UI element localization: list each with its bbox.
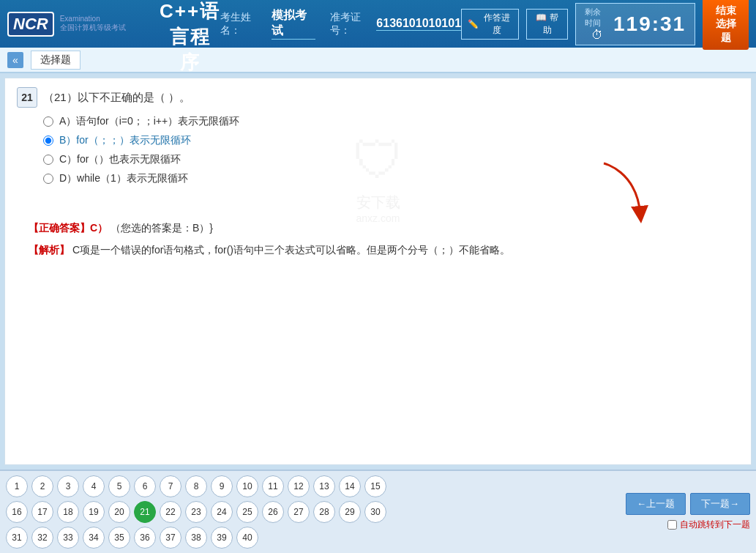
section-label: 选择题 [31, 51, 81, 70]
option-a-text: A）语句for（i=0；；i++）表示无限循环 [59, 115, 239, 128]
nav-dot-8[interactable]: 8 [185, 475, 207, 497]
title-area: 二级 C++语言程序 [160, 0, 220, 75]
question-wrapper: 🛡 安下载 anxz.com 21 （21）以下不正确的是（ ）。 A）语句fo… [17, 87, 739, 267]
nav-dot-12[interactable]: 12 [288, 475, 310, 497]
edit-icon: ✏️ [468, 19, 479, 29]
option-c-text: C）for（）也表示无限循环 [59, 153, 181, 166]
option-d-text: D）while（1）表示无限循环 [59, 172, 188, 185]
nav-dot-35[interactable]: 35 [108, 527, 130, 549]
auto-next-container: 自动跳转到下一题 [667, 519, 750, 531]
nav-dot-15[interactable]: 15 [364, 475, 386, 497]
nav-buttons: ←上一题 下一题→ [626, 493, 750, 515]
option-a[interactable]: A）语句for（i=0；；i++）表示无限循环 [43, 115, 739, 128]
nav-dots-wrapper: 1 2 3 4 5 6 7 8 9 10 11 12 13 14 15 [6, 475, 618, 549]
next-button[interactable]: 下一题→ [690, 493, 750, 515]
nav-dot-10[interactable]: 10 [236, 475, 258, 497]
your-answer-text: （您选的答案是：B）} [111, 222, 213, 234]
nav-dot-38[interactable]: 38 [185, 527, 207, 549]
timer-area: 剩余时间 ⏱ 119:31 [575, 3, 695, 45]
navigation-bottom: 1 2 3 4 5 6 7 8 9 10 11 12 13 14 15 [0, 470, 756, 553]
progress-button[interactable]: ✏️ 作答进度 [461, 9, 519, 40]
nav-row-2: 16 17 18 19 20 21 22 23 24 25 26 27 28 2… [6, 501, 618, 523]
auto-next-label-text: 自动跳转到下一题 [680, 519, 750, 531]
radio-d[interactable] [43, 174, 53, 184]
logo-area: NCR Examination 全国计算机等级考试 [7, 12, 160, 37]
clock-icon: ⏱ [591, 29, 603, 42]
option-b-text: B）for（；；）表示无限循环 [59, 134, 191, 147]
prev-button[interactable]: ←上一题 [626, 493, 686, 515]
nav-dot-17[interactable]: 17 [31, 501, 53, 523]
exam-info: 考生姓名： 模拟考试 准考证号： 6136101010101 [220, 8, 461, 40]
timer-display: 119:31 [613, 12, 686, 36]
nav-dot-20[interactable]: 20 [108, 501, 130, 523]
id-label: 准考证号： [330, 11, 373, 37]
auto-next-checkbox[interactable] [667, 520, 677, 530]
student-id-item: 准考证号： 6136101010101 [330, 11, 461, 37]
radio-b[interactable] [43, 136, 53, 146]
nav-dot-13[interactable]: 13 [313, 475, 335, 497]
nav-dot-3[interactable]: 3 [57, 475, 79, 497]
nav-dot-27[interactable]: 27 [288, 501, 310, 523]
nav-dot-39[interactable]: 39 [211, 527, 233, 549]
nav-dot-21[interactable]: 21 [134, 501, 156, 523]
nav-dot-22[interactable]: 22 [160, 501, 181, 523]
nav-dot-24[interactable]: 24 [211, 501, 233, 523]
nav-dot-28[interactable]: 28 [313, 501, 335, 523]
analysis-section: 【解析】 C项是一个错误的for语句格式，for()语句中三个表达式可以省略。但… [29, 241, 727, 259]
nav-dot-1[interactable]: 1 [6, 475, 28, 497]
collapse-icon: « [12, 54, 18, 66]
nav-dot-11[interactable]: 11 [262, 475, 284, 497]
analysis-label: 【解析】 [29, 244, 70, 256]
analysis-text: C项是一个错误的for语句格式，for()语句中三个表达式可以省略。但是两个分号… [72, 244, 510, 256]
nav-dot-31[interactable]: 31 [6, 527, 28, 549]
radio-c[interactable] [43, 155, 53, 165]
nav-dot-18[interactable]: 18 [57, 501, 79, 523]
nav-row-3: 31 32 33 34 35 36 37 38 39 40 [6, 527, 618, 549]
nav-dot-9[interactable]: 9 [211, 475, 233, 497]
question-main: 🛡 安下载 anxz.com 21 （21）以下不正确的是（ ）。 A）语句fo… [4, 78, 752, 465]
nav-dot-30[interactable]: 30 [364, 501, 386, 523]
nav-controls: ←上一题 下一题→ 自动跳转到下一题 [618, 493, 750, 531]
red-arrow-icon [593, 156, 651, 229]
student-id: 6136101010101 [376, 17, 461, 31]
nav-dot-2[interactable]: 2 [31, 475, 53, 497]
nav-dot-5[interactable]: 5 [108, 475, 130, 497]
collapse-button[interactable]: « [7, 52, 23, 68]
student-name: 模拟考试 [272, 8, 315, 40]
nav-dot-26[interactable]: 26 [262, 501, 284, 523]
nav-dot-7[interactable]: 7 [160, 475, 181, 497]
nav-dot-6[interactable]: 6 [134, 475, 156, 497]
question-text: （21）以下不正确的是（ ）。 [43, 87, 190, 107]
nav-dot-23[interactable]: 23 [185, 501, 207, 523]
right-area: ✏️ 作答进度 📖 帮助 剩余时间 ⏱ 119:31 结束 选择题 [461, 0, 749, 50]
nav-dot-29[interactable]: 29 [339, 501, 361, 523]
nav-dot-16[interactable]: 16 [6, 501, 28, 523]
nav-dot-33[interactable]: 33 [57, 527, 79, 549]
option-b[interactable]: B）for（；；）表示无限循环 [43, 134, 739, 147]
logo-sub2: 全国计算机等级考试 [60, 23, 126, 33]
end-button[interactable]: 结束 选择题 [703, 0, 749, 50]
header: NCR Examination 全国计算机等级考试 二级 C++语言程序 考生姓… [0, 0, 756, 48]
question-row: 21 （21）以下不正确的是（ ）。 [17, 87, 739, 108]
nav-dot-32[interactable]: 32 [31, 527, 53, 549]
answer-section: 【正确答案】C） （您选的答案是：B）} 【解析】 C项是一个错误的for语句格… [17, 215, 739, 267]
logo-text: NCR [13, 15, 48, 33]
nav-dot-37[interactable]: 37 [160, 527, 181, 549]
student-label: 考生姓名： [220, 11, 269, 37]
nav-dot-40[interactable]: 40 [236, 527, 258, 549]
nav-row-container: 1 2 3 4 5 6 7 8 9 10 11 12 13 14 15 [6, 475, 750, 549]
nav-dot-34[interactable]: 34 [83, 527, 105, 549]
logo-box: NCR [7, 12, 54, 37]
nav-dot-14[interactable]: 14 [339, 475, 361, 497]
timer-label: 剩余时间 [585, 7, 609, 29]
nav-dot-36[interactable]: 36 [134, 527, 156, 549]
nav-dot-19[interactable]: 19 [83, 501, 105, 523]
question-number: 21 [17, 87, 37, 108]
correct-answer-text: 【正确答案】C） [29, 222, 108, 234]
logo-sub1: Examination [60, 15, 126, 23]
radio-a[interactable] [43, 116, 53, 127]
nav-dot-25[interactable]: 25 [236, 501, 258, 523]
nav-dot-4[interactable]: 4 [83, 475, 105, 497]
student-name-item: 考生姓名： 模拟考试 [220, 8, 315, 40]
help-button[interactable]: 📖 帮助 [526, 9, 568, 40]
